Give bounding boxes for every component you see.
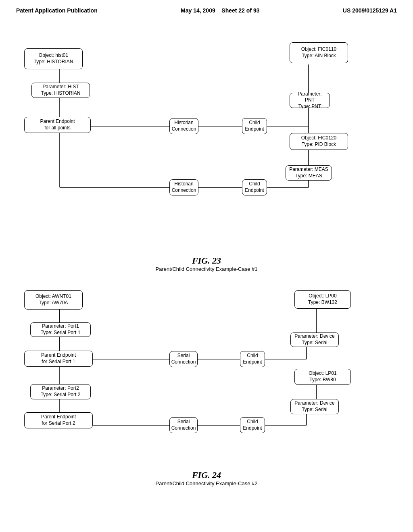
- awnt01-box: Object: AWNT01 Type: AW70A: [24, 290, 83, 310]
- serial-conn2-box: Serial Connection: [169, 417, 198, 433]
- fig23-desc: Parent/Child Connectivity Example-Case #…: [12, 266, 401, 272]
- fig23-caption: FIG. 23 Parent/Child Connectivity Exampl…: [12, 256, 401, 272]
- param-device1-box: Parameter: Device Type: Serial: [290, 332, 339, 347]
- fig24-section: Object: AWNT01 Type: AW70A Parameter: Po…: [12, 284, 401, 490]
- lp00-box: Object: LP00 Type: BW132: [294, 290, 351, 309]
- fig24-child-ep2-box: Child Endpoint: [240, 417, 265, 433]
- param-device2-box: Parameter: Device Type: Serial: [290, 399, 339, 414]
- fic0110-box: Object: FIC0110 Type: AIN Block: [290, 42, 348, 63]
- fig23-num: FIG. 23: [12, 256, 401, 266]
- parent-ep-serial1-box: Parent Endpoint for Serial Port 1: [24, 351, 93, 367]
- child-ep1-box: Child Endpoint: [242, 118, 267, 134]
- fic0120-box: Object: FIC0120 Type: PID Block: [290, 133, 348, 150]
- hist-conn1-box: Historian Connection: [169, 118, 198, 134]
- param-pnt-box: Parameter: PNT Type: PNT: [290, 93, 330, 108]
- param-meas-box: Parameter: MEAS Type: MEAS: [286, 165, 332, 181]
- param-port1-box: Parameter: Port1 Type: Serial Port 1: [30, 322, 91, 337]
- fig24-child-ep1-box: Child Endpoint: [240, 351, 265, 367]
- child-ep2-box: Child Endpoint: [242, 179, 267, 195]
- header-left: Patent Application Publication: [16, 7, 98, 14]
- param-port2-box: Parameter: Port2 Type: Serial Port 2: [30, 384, 91, 399]
- lp01-box: Object: LP01 Type: BW80: [294, 369, 351, 385]
- hist01-box: Object: hist01 Type: HISTORIAN: [24, 48, 83, 69]
- header-right: US 2009/0125129 A1: [343, 7, 397, 14]
- fig24-desc: Parent/Child Connectivity Example-Case #…: [12, 480, 401, 486]
- param-hist-box: Parameter: HIST Type: HISTORIAN: [31, 83, 90, 98]
- header-center: May 14, 2009 Sheet 22 of 93: [181, 7, 259, 14]
- hist-conn2-box: Historian Connection: [169, 179, 198, 195]
- fig24-caption: FIG. 24 Parent/Child Connectivity Exampl…: [12, 470, 401, 486]
- page-header: Patent Application Publication May 14, 2…: [0, 0, 413, 18]
- parent-ep-serial2-box: Parent Endpoint for Serial Port 2: [24, 412, 93, 428]
- fig23-section: Object: hist01 Type: HISTORIAN Parameter…: [12, 26, 401, 276]
- fig24-num: FIG. 24: [12, 470, 401, 480]
- parent-ep-all-box: Parent Endpoint for all points: [24, 117, 91, 133]
- serial-conn1-box: Serial Connection: [169, 351, 198, 367]
